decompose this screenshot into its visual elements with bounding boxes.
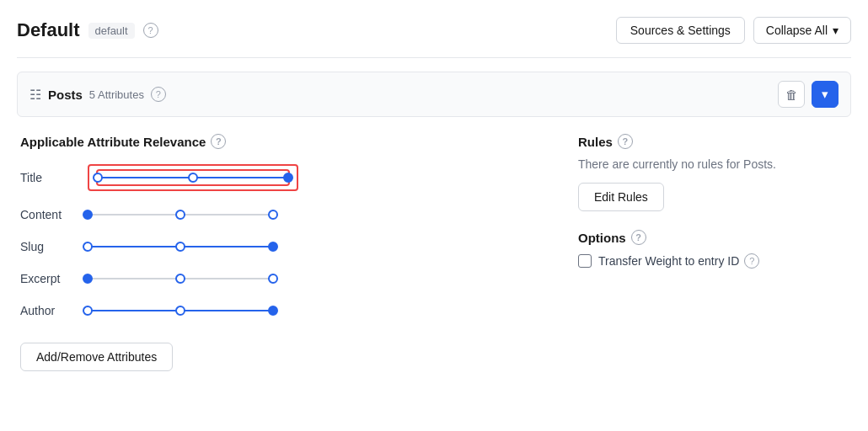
main-content: Applicable Attribute Relevance ? Title — [17, 134, 851, 371]
section-header-right: 🗑 ▾ — [778, 81, 839, 108]
slider-author[interactable] — [88, 302, 273, 319]
left-panel: Applicable Attribute Relevance ? Title — [20, 134, 528, 371]
slider-dot-left[interactable] — [83, 210, 93, 220]
attr-label-title: Title — [20, 171, 88, 184]
slider-dot-right[interactable] — [268, 210, 278, 220]
slider-title[interactable] — [96, 169, 290, 186]
slider-slug[interactable] — [88, 238, 273, 255]
title-help-icon[interactable]: ? — [143, 23, 158, 38]
slider-dot-left[interactable] — [83, 242, 93, 252]
header-left: Default default ? — [17, 19, 158, 41]
sources-settings-button[interactable]: Sources & Settings — [616, 17, 745, 44]
slider-dot-mid[interactable] — [188, 173, 198, 183]
posts-section-header: ☷ Posts 5 Attributes ? 🗑 ▾ — [17, 72, 851, 117]
transfer-weight-row: Transfer Weight to entry ID ? — [578, 253, 848, 269]
chevron-down-icon — [833, 24, 839, 37]
header-actions: Sources & Settings Collapse All — [616, 17, 851, 44]
attr-label-content: Content — [20, 208, 88, 221]
rules-help-icon[interactable]: ? — [618, 134, 633, 149]
transfer-weight-checkbox[interactable] — [578, 254, 592, 268]
relevance-help-icon[interactable]: ? — [211, 134, 226, 149]
slider-dot-left[interactable] — [83, 274, 93, 284]
attribute-row-title: Title — [20, 164, 528, 191]
collapse-all-label: Collapse All — [766, 24, 828, 37]
slider-dot-left[interactable] — [93, 173, 103, 183]
posts-icon: ☷ — [29, 87, 41, 103]
transfer-weight-label: Transfer Weight to entry ID ? — [598, 253, 759, 269]
slider-dot-right[interactable] — [268, 306, 278, 316]
section-title: Posts — [48, 88, 83, 102]
add-remove-attributes-button[interactable]: Add/Remove Attributes — [20, 343, 173, 371]
section-help-icon[interactable]: ? — [151, 87, 166, 102]
applicable-relevance-title: Applicable Attribute Relevance ? — [20, 134, 528, 149]
right-panel: Rules ? There are currently no rules for… — [578, 134, 848, 371]
delete-section-button[interactable]: 🗑 — [778, 81, 805, 108]
slider-dot-left[interactable] — [83, 306, 93, 316]
edit-rules-button[interactable]: Edit Rules — [578, 183, 664, 211]
slider-dot-mid[interactable] — [175, 306, 185, 316]
attributes-count: 5 Attributes — [89, 88, 144, 101]
section-header-left: ☷ Posts 5 Attributes ? — [29, 87, 166, 103]
transfer-weight-help-icon[interactable]: ? — [744, 253, 759, 269]
page-header: Default default ? Sources & Settings Col… — [17, 17, 851, 58]
slider-excerpt[interactable] — [88, 270, 273, 287]
options-title: Options ? — [578, 230, 848, 245]
rules-title: Rules ? — [578, 134, 848, 149]
slider-dot-right[interactable] — [268, 274, 278, 284]
slider-dot-right[interactable] — [283, 173, 293, 183]
expand-section-button[interactable]: ▾ — [812, 81, 839, 108]
attribute-row-author: Author — [20, 302, 528, 319]
attr-label-slug: Slug — [20, 240, 88, 253]
slider-content[interactable] — [88, 206, 273, 223]
attribute-row-excerpt: Excerpt — [20, 270, 528, 287]
options-help-icon[interactable]: ? — [631, 230, 646, 245]
attribute-row-slug: Slug — [20, 238, 528, 255]
attribute-row-content: Content — [20, 206, 528, 223]
slider-dot-mid[interactable] — [175, 274, 185, 284]
page-title: Default — [17, 19, 80, 41]
attr-label-author: Author — [20, 304, 88, 317]
slider-dot-mid[interactable] — [175, 242, 185, 252]
attr-label-excerpt: Excerpt — [20, 272, 88, 285]
collapse-all-button[interactable]: Collapse All — [753, 17, 851, 44]
slider-dot-right[interactable] — [268, 242, 278, 252]
rules-empty-text: There are currently no rules for Posts. — [578, 157, 848, 171]
default-badge: default — [88, 23, 135, 39]
slider-dot-mid[interactable] — [175, 210, 185, 220]
